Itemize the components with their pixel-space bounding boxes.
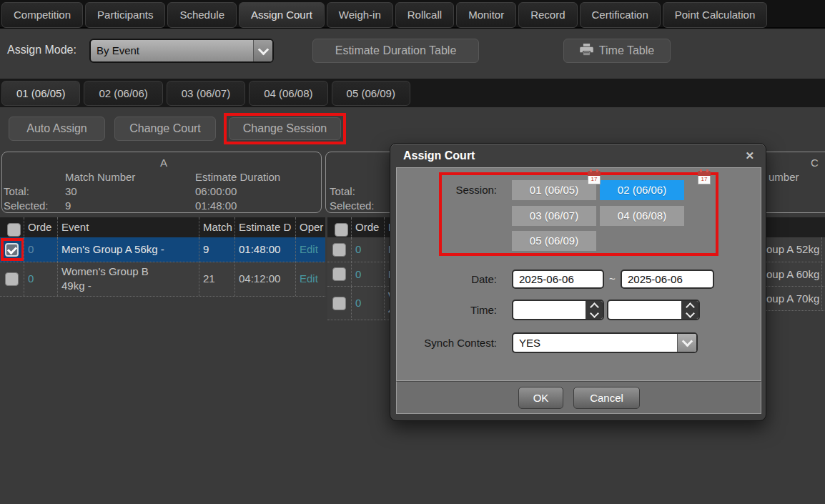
tab-schedule[interactable]: Schedule bbox=[167, 2, 237, 28]
date-label: Date: bbox=[411, 273, 497, 285]
calendar-icon[interactable] bbox=[588, 171, 601, 184]
dialog-title: Assign Court bbox=[403, 149, 475, 162]
date-to-input[interactable] bbox=[621, 270, 714, 289]
assign-mode-select[interactable]: By Event bbox=[89, 39, 274, 63]
session-button-01[interactable]: 01 (06/05) bbox=[512, 180, 596, 200]
session-tab-04[interactable]: 04 (06/08) bbox=[249, 81, 327, 106]
dialog-body: Session: 01 (06/05) 02 (06/06) 03 (06/07… bbox=[396, 167, 761, 381]
select-all-checkbox[interactable] bbox=[335, 223, 348, 237]
checkbox-cell[interactable] bbox=[327, 237, 352, 262]
total-label: Total: bbox=[330, 185, 355, 197]
oper-cell: Edit bbox=[296, 237, 325, 262]
session-tab-03[interactable]: 03 (06/07) bbox=[167, 81, 245, 106]
time-to-input[interactable] bbox=[607, 300, 700, 320]
estimate-duration-header: Estimate Duration bbox=[195, 171, 280, 183]
assign-court-dialog: Assign Court ✕ Session: 01 (06/05) 02 (0… bbox=[390, 143, 766, 421]
tab-record[interactable]: Record bbox=[518, 2, 577, 28]
table-row-mens-group-a-56kg[interactable]: 0 Men's Group A 56kg - 9 01:48:00 Edit bbox=[0, 237, 325, 262]
tab-assign-court[interactable]: Assign Court bbox=[239, 2, 325, 28]
time-spinner[interactable] bbox=[681, 301, 698, 319]
session-button-04[interactable]: 04 (06/08) bbox=[600, 206, 684, 226]
match-cell: 9 bbox=[199, 237, 235, 262]
calendar-icon[interactable] bbox=[698, 171, 711, 184]
checkbox-highlight-box bbox=[1, 238, 24, 261]
duration-cell: 04:12:00 bbox=[235, 262, 296, 296]
ok-button[interactable]: OK bbox=[518, 387, 563, 409]
session-button-05[interactable]: 05 (06/09) bbox=[512, 231, 596, 251]
tab-monitor[interactable]: Monitor bbox=[456, 2, 516, 28]
time-table-button[interactable]: Time Table bbox=[563, 39, 671, 63]
edit-link[interactable]: Edit bbox=[300, 243, 318, 255]
duration-cell: 01:48:00 bbox=[235, 237, 296, 262]
tab-competition[interactable]: Competition bbox=[1, 2, 83, 28]
order-cell: 0 bbox=[24, 237, 58, 262]
change-session-button[interactable]: Change Session bbox=[229, 117, 341, 140]
header-checkbox-cell bbox=[327, 217, 352, 237]
printer-icon bbox=[580, 44, 593, 59]
selected-matches: 9 bbox=[65, 199, 71, 212]
auto-assign-button[interactable]: Auto Assign bbox=[9, 117, 105, 141]
session-label: Session: bbox=[411, 184, 497, 196]
edit-link[interactable]: Edit bbox=[300, 272, 318, 285]
session-tab-05[interactable]: 05 (06/09) bbox=[332, 81, 410, 106]
selected-label: Selected: bbox=[330, 199, 375, 212]
row-checkbox[interactable] bbox=[332, 297, 346, 310]
spinner-down-icon[interactable] bbox=[590, 309, 599, 318]
order-cell: 0 bbox=[24, 262, 58, 296]
checkbox-cell[interactable] bbox=[0, 262, 24, 296]
synch-contest-value: YES bbox=[513, 334, 677, 352]
select-all-checkbox[interactable] bbox=[7, 223, 21, 237]
time-from-input[interactable] bbox=[512, 300, 604, 320]
estimate-duration-table-label: Estimate Duration Table bbox=[335, 44, 457, 57]
checkbox-cell[interactable] bbox=[327, 262, 352, 286]
session-button-03[interactable]: 03 (06/07) bbox=[512, 206, 596, 226]
header-order: Orde bbox=[24, 217, 58, 237]
tab-weigh-in[interactable]: Weigh-in bbox=[327, 2, 393, 28]
match-cell: 21 bbox=[199, 262, 235, 296]
cancel-button[interactable]: Cancel bbox=[573, 387, 640, 409]
dialog-footer: OK Cancel bbox=[396, 381, 761, 414]
header-checkbox-cell bbox=[0, 217, 24, 237]
event-cell: Women's Group B 49kg - bbox=[58, 262, 199, 296]
close-icon[interactable]: ✕ bbox=[745, 149, 754, 162]
chevron-down-icon[interactable] bbox=[253, 40, 272, 61]
row-checkbox[interactable] bbox=[332, 243, 346, 257]
synch-contest-label: Synch Contest: bbox=[411, 337, 497, 349]
row-checkbox[interactable] bbox=[5, 272, 19, 286]
table-row-womens-group-b-49kg[interactable]: 0 Women's Group B 49kg - 21 04:12:00 Edi… bbox=[0, 262, 325, 297]
session-button-02[interactable]: 02 (06/06) bbox=[600, 180, 684, 200]
tab-certification[interactable]: Certification bbox=[580, 2, 661, 28]
header-order: Orde bbox=[352, 217, 385, 237]
time-label: Time: bbox=[411, 304, 497, 316]
total-label: Total: bbox=[4, 185, 29, 197]
spinner-down-icon[interactable] bbox=[686, 309, 695, 318]
date-from-input[interactable] bbox=[512, 270, 604, 289]
session-tab-01[interactable]: 01 (06/05) bbox=[1, 81, 80, 106]
order-cell: 0 bbox=[352, 287, 385, 320]
tab-rollcall[interactable]: Rollcall bbox=[395, 2, 454, 28]
match-number-header-fragment: umber bbox=[769, 171, 799, 183]
time-spinner[interactable] bbox=[586, 301, 603, 319]
change-court-button[interactable]: Change Court bbox=[114, 117, 216, 141]
synch-contest-select[interactable]: YES bbox=[512, 332, 698, 353]
tab-participants[interactable]: Participants bbox=[85, 2, 165, 28]
chevron-down-icon[interactable] bbox=[677, 334, 696, 352]
assign-mode-label: Assign Mode: bbox=[7, 44, 76, 56]
selected-label: Selected: bbox=[4, 199, 49, 212]
time-from-field[interactable] bbox=[513, 301, 586, 319]
checkbox-cell[interactable] bbox=[327, 287, 352, 320]
court-a-table-header: Orde Event Match Estimate D Oper bbox=[0, 217, 325, 237]
estimate-duration-table-button[interactable]: Estimate Duration Table bbox=[312, 39, 479, 63]
session-tab-02[interactable]: 02 (06/06) bbox=[84, 81, 162, 106]
court-a-summary-panel: A Match Number Estimate Duration Total: … bbox=[1, 152, 322, 213]
date-range-separator: ~ bbox=[609, 272, 616, 285]
total-matches: 30 bbox=[65, 185, 77, 197]
row-checkbox[interactable] bbox=[332, 267, 346, 281]
checkbox-cell[interactable] bbox=[0, 237, 24, 262]
header-event: Event bbox=[58, 217, 199, 237]
time-to-field[interactable] bbox=[608, 301, 681, 319]
tab-point-calculation[interactable]: Point Calculation bbox=[663, 2, 768, 28]
assign-court-screen: Competition Participants Schedule Assign… bbox=[0, 0, 825, 504]
court-a-label: A bbox=[160, 157, 167, 169]
selected-duration: 01:48:00 bbox=[195, 199, 237, 212]
